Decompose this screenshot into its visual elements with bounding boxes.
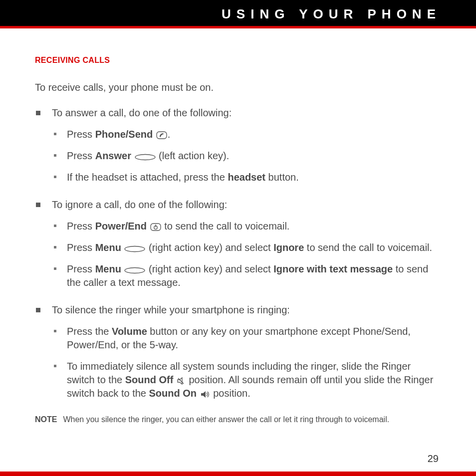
list-item-lead: To ignore a call, do one of the followin…: [52, 199, 227, 210]
list-item: To silence the ringer while your smartph…: [35, 304, 439, 400]
sound-off-icon: [177, 377, 186, 385]
list-item-lead: To answer a call, do one of the followin…: [52, 107, 232, 118]
header-banner: USING YOUR PHONE: [0, 0, 476, 26]
sub-list: Press the Volume button or any key on yo…: [52, 325, 439, 400]
sub-list: Press Phone/Send . Press Answer (left ac…: [52, 128, 439, 184]
action-key-icon: [135, 154, 156, 161]
sub-item: If the headset is attached, press the he…: [52, 171, 439, 184]
phone-send-key-icon: [156, 131, 167, 139]
sub-item: Press Menu (right action key) and select…: [52, 262, 439, 289]
section-heading: RECEIVING CALLS: [35, 56, 439, 65]
list-item-lead: To silence the ringer while your smartph…: [52, 304, 290, 315]
sub-item: Press Answer (left action key).: [52, 149, 439, 163]
accent-bar-bottom: [0, 472, 476, 476]
note-label: NOTE: [35, 415, 57, 424]
sub-item: Press Phone/Send .: [52, 128, 439, 141]
power-end-key-icon: [150, 223, 161, 231]
instruction-list: To answer a call, do one of the followin…: [35, 107, 439, 400]
note-text: When you silence the ringer, you can eit…: [63, 415, 389, 424]
sub-item: Press Power/End to send the call to voic…: [52, 220, 439, 233]
page-number: 29: [0, 424, 476, 472]
intro-text: To receive calls, your phone must be on.: [35, 82, 439, 93]
svg-point-6: [125, 268, 145, 273]
sub-item: Press Menu (right action key) and select…: [52, 241, 439, 254]
sub-item: To immediately silence all system sounds…: [52, 360, 439, 400]
action-key-icon: [124, 245, 145, 252]
manual-page: USING YOUR PHONE RECEIVING CALLS To rece…: [0, 0, 476, 476]
note: NOTEWhen you silence the ringer, you can…: [35, 415, 439, 424]
chapter-title: USING YOUR PHONE: [222, 6, 441, 22]
list-item: To answer a call, do one of the followin…: [35, 107, 439, 184]
list-item: To ignore a call, do one of the followin…: [35, 199, 439, 289]
sub-item: Press the Volume button or any key on yo…: [52, 325, 439, 352]
sound-on-icon: [200, 391, 210, 398]
page-content: RECEIVING CALLS To receive calls, your p…: [0, 28, 476, 424]
svg-point-1: [135, 155, 155, 160]
action-key-icon: [124, 267, 145, 274]
svg-rect-0: [157, 132, 167, 139]
svg-point-5: [125, 246, 145, 252]
sub-list: Press Power/End to send the call to voic…: [52, 220, 439, 289]
